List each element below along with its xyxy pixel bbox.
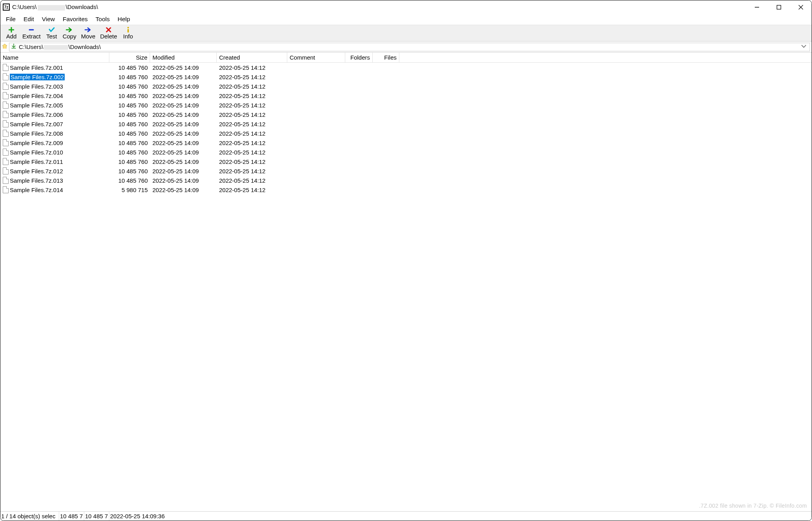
address-prefix: C:\Users\ xyxy=(19,44,44,50)
file-icon xyxy=(3,186,9,193)
file-row[interactable]: Sample Files.7z.01110 485 7602022-05-25 … xyxy=(0,157,812,166)
header-size[interactable]: Size xyxy=(109,53,150,62)
file-icon xyxy=(3,139,9,146)
file-created: 2022-05-25 14:12 xyxy=(217,168,287,174)
toolbar-test-label: Test xyxy=(46,33,57,40)
file-row[interactable]: Sample Files.7z.00110 485 7602022-05-25 … xyxy=(0,63,812,72)
address-input[interactable]: C:\Users\\Downloads\ xyxy=(9,43,810,51)
up-folder-button[interactable] xyxy=(2,44,7,50)
file-row[interactable]: Sample Files.7z.00210 485 7602022-05-25 … xyxy=(0,72,812,82)
toolbar-test-button[interactable]: Test xyxy=(43,26,60,40)
file-row[interactable]: Sample Files.7z.01010 485 7602022-05-25 … xyxy=(0,147,812,157)
file-icon xyxy=(3,167,9,174)
file-row[interactable]: Sample Files.7z.01310 485 7602022-05-25 … xyxy=(0,176,812,185)
file-row[interactable]: Sample Files.7z.00610 485 7602022-05-25 … xyxy=(0,110,812,119)
file-name: Sample Files.7z.007 xyxy=(10,121,63,127)
file-size: 10 485 760 xyxy=(109,149,150,156)
file-row[interactable]: Sample Files.7z.00510 485 7602022-05-25 … xyxy=(0,100,812,110)
toolbar-move-label: Move xyxy=(81,33,96,40)
header-created[interactable]: Created xyxy=(217,53,287,62)
header-folders[interactable]: Folders xyxy=(345,53,373,62)
file-created: 2022-05-25 14:12 xyxy=(217,177,287,184)
toolbar-info-label: Info xyxy=(123,33,133,40)
title-prefix: C:\Users\ xyxy=(12,4,37,10)
download-arrow-icon xyxy=(11,44,19,50)
svg-rect-6 xyxy=(127,29,129,33)
menu-tools[interactable]: Tools xyxy=(92,15,114,24)
toolbar-move-button[interactable]: Move xyxy=(79,26,98,40)
file-modified: 2022-05-25 14:09 xyxy=(150,168,217,174)
file-icon xyxy=(3,83,9,90)
header-modified[interactable]: Modified xyxy=(150,53,217,62)
file-modified: 2022-05-25 14:09 xyxy=(150,121,217,127)
file-row[interactable]: Sample Files.7z.00910 485 7602022-05-25 … xyxy=(0,138,812,147)
header-comment[interactable]: Comment xyxy=(287,53,345,62)
menu-file[interactable]: File xyxy=(2,15,20,24)
file-icon xyxy=(3,130,9,137)
check-icon xyxy=(49,27,55,33)
address-dropdown-button[interactable] xyxy=(801,44,808,50)
address-redacted xyxy=(44,45,68,50)
minimize-button[interactable] xyxy=(746,0,768,14)
minus-icon xyxy=(29,27,34,33)
file-row[interactable]: Sample Files.7z.00310 485 7602022-05-25 … xyxy=(0,82,812,91)
close-button[interactable] xyxy=(790,0,812,14)
toolbar-delete-label: Delete xyxy=(100,33,117,40)
toolbar-info-button[interactable]: Info xyxy=(120,26,137,40)
header-files[interactable]: Files xyxy=(373,53,399,62)
app-icon: 7z xyxy=(3,4,10,11)
file-name: Sample Files.7z.009 xyxy=(10,140,63,146)
status-datetime: 2022-05-25 14:09:36 xyxy=(109,512,165,521)
status-selection: 1 / 14 object(s) selec xyxy=(0,512,59,521)
menu-edit[interactable]: Edit xyxy=(20,15,38,24)
watermark-text: .7Z.002 file shown in 7-Zip. © FileInfo.… xyxy=(699,503,807,509)
toolbar-extract-button[interactable]: Extract xyxy=(20,26,43,40)
file-size: 10 485 760 xyxy=(109,93,150,99)
file-list[interactable]: Sample Files.7z.00110 485 7602022-05-25 … xyxy=(0,63,812,511)
file-icon xyxy=(3,149,9,156)
title-bar: 7z C:\Users\\Downloads\ xyxy=(0,0,812,14)
file-size: 10 485 760 xyxy=(109,83,150,90)
address-text: C:\Users\\Downloads\ xyxy=(19,44,801,50)
file-row[interactable]: Sample Files.7z.00810 485 7602022-05-25 … xyxy=(0,129,812,138)
file-created: 2022-05-25 14:12 xyxy=(217,130,287,137)
file-name: Sample Files.7z.004 xyxy=(10,93,63,99)
toolbar-copy-button[interactable]: Copy xyxy=(60,26,79,40)
info-icon xyxy=(127,27,130,33)
file-size: 10 485 760 xyxy=(109,177,150,184)
file-icon xyxy=(3,92,9,99)
file-created: 2022-05-25 14:12 xyxy=(217,111,287,118)
toolbar: Add Extract Test Copy Move xyxy=(0,25,812,42)
file-name: Sample Files.7z.003 xyxy=(10,83,63,90)
menu-help[interactable]: Help xyxy=(114,15,134,24)
menu-view[interactable]: View xyxy=(38,15,59,24)
toolbar-add-button[interactable]: Add xyxy=(3,26,20,40)
file-size: 10 485 760 xyxy=(109,74,150,80)
file-row[interactable]: Sample Files.7z.00410 485 7602022-05-25 … xyxy=(0,91,812,100)
file-size: 10 485 760 xyxy=(109,102,150,109)
file-created: 2022-05-25 14:12 xyxy=(217,158,287,165)
file-name: Sample Files.7z.001 xyxy=(10,64,63,71)
file-created: 2022-05-25 14:12 xyxy=(217,64,287,71)
file-row[interactable]: Sample Files.7z.00710 485 7602022-05-25 … xyxy=(0,119,812,129)
file-row[interactable]: Sample Files.7z.01210 485 7602022-05-25 … xyxy=(0,166,812,176)
file-row[interactable]: Sample Files.7z.0145 980 7152022-05-25 1… xyxy=(0,185,812,194)
toolbar-copy-label: Copy xyxy=(63,33,76,40)
file-name: Sample Files.7z.014 xyxy=(10,187,63,193)
column-header: Name Size Modified Created Comment Folde… xyxy=(0,53,812,63)
file-modified: 2022-05-25 14:09 xyxy=(150,130,217,137)
toolbar-delete-button[interactable]: Delete xyxy=(98,26,119,40)
file-size: 10 485 760 xyxy=(109,140,150,146)
file-name: Sample Files.7z.010 xyxy=(10,149,63,156)
app-window: 7z C:\Users\\Downloads\ File Edit View F… xyxy=(0,0,812,521)
maximize-button[interactable] xyxy=(768,0,790,14)
header-name[interactable]: Name xyxy=(0,53,109,62)
menu-favorites[interactable]: Favorites xyxy=(59,15,92,24)
file-size: 10 485 760 xyxy=(109,121,150,127)
title-redacted xyxy=(38,5,65,11)
file-size: 10 485 760 xyxy=(109,168,150,174)
file-created: 2022-05-25 14:12 xyxy=(217,83,287,90)
file-name: Sample Files.7z.006 xyxy=(10,111,63,118)
file-modified: 2022-05-25 14:09 xyxy=(150,187,217,193)
file-created: 2022-05-25 14:12 xyxy=(217,121,287,127)
